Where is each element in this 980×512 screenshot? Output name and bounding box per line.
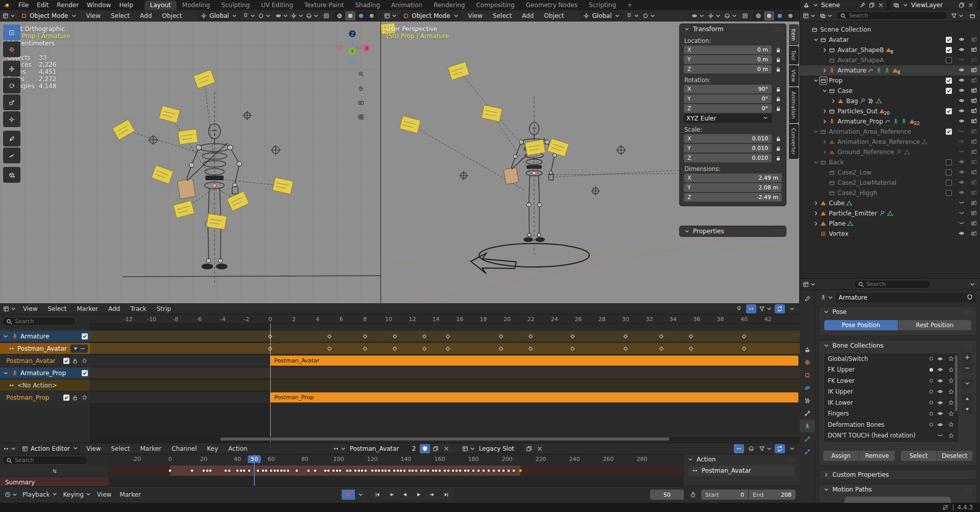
keyframe[interactable] — [487, 469, 490, 473]
calculate-button-partial[interactable] — [845, 497, 951, 503]
properties-tab-tool[interactable] — [800, 292, 815, 305]
end-frame-field[interactable]: End208 — [749, 490, 796, 500]
close-icon[interactable] — [967, 2, 974, 9]
action-users-count[interactable]: 2 — [409, 444, 419, 453]
chev-down-icon[interactable] — [812, 159, 820, 166]
lock-icon[interactable] — [775, 145, 782, 152]
outliner-search[interactable] — [836, 11, 948, 20]
outliner-row-case2-higgh[interactable]: Case2_Higgh — [800, 188, 980, 198]
workspace-tab-compositing[interactable]: Compositing — [470, 1, 520, 10]
add-workspace-tab[interactable]: + — [622, 1, 638, 10]
keyframe[interactable] — [497, 469, 500, 473]
camera-off-icon[interactable] — [970, 158, 977, 165]
nla-channel-armature-prop[interactable]: Armature_Prop — [0, 368, 90, 378]
remove-collection-button[interactable] — [962, 363, 972, 373]
bone-collection-row-ik-lower[interactable]: IK Lower — [824, 397, 959, 408]
solo-dot[interactable] — [929, 357, 933, 360]
camera-off-icon[interactable] — [970, 128, 977, 135]
properties-tab-output[interactable] — [800, 318, 815, 330]
keyframe-selected[interactable] — [519, 469, 522, 473]
mode-dropdown[interactable]: Object Mode — [18, 11, 80, 20]
scrollbar-thumb[interactable] — [220, 437, 670, 441]
camera-icon[interactable] — [970, 148, 977, 155]
properties-search[interactable] — [854, 280, 930, 288]
lock-icon[interactable] — [775, 46, 782, 54]
dope-view-toggle[interactable] — [734, 444, 744, 453]
star-icon[interactable] — [81, 394, 88, 401]
eye-open-icon[interactable] — [937, 421, 944, 428]
editor-type-button[interactable] — [3, 444, 17, 453]
sync-toggle[interactable] — [775, 444, 785, 453]
menu-window[interactable]: Window — [83, 0, 115, 10]
shading-wireframe-button[interactable] — [753, 11, 763, 20]
editor-mode-dropdown[interactable]: Action Editor — [19, 444, 80, 453]
nav-hand-button[interactable] — [357, 85, 365, 93]
eye-open-icon[interactable] — [937, 410, 944, 417]
solo-dot[interactable] — [929, 368, 933, 372]
keyframe[interactable] — [306, 469, 310, 473]
overlays-toggle[interactable] — [724, 11, 738, 20]
nla-channel-postman-avatar[interactable]: Postman_Avatar — [0, 343, 90, 354]
eye-open-icon[interactable] — [958, 117, 965, 125]
eye-closed-icon[interactable] — [958, 220, 965, 227]
star-icon[interactable] — [947, 399, 954, 406]
add-collection-button[interactable] — [962, 353, 972, 362]
menu-help[interactable]: Help — [115, 0, 137, 10]
properties-options-button[interactable] — [967, 280, 977, 289]
sidebar-tab-animation[interactable]: Animation — [789, 87, 799, 123]
chev-right-icon[interactable] — [821, 46, 828, 54]
lock-icon[interactable] — [775, 86, 782, 93]
eye-closed-icon[interactable] — [958, 128, 965, 135]
orientation-dropdown[interactable]: Global — [580, 11, 623, 20]
star-icon[interactable] — [947, 388, 954, 395]
solo-dot[interactable] — [929, 379, 933, 382]
camera-icon[interactable] — [970, 117, 977, 125]
chev-down-icon[interactable] — [2, 370, 9, 377]
keyframe[interactable] — [169, 469, 172, 473]
channel-filter-button[interactable] — [0, 467, 109, 476]
options-button[interactable] — [787, 444, 797, 453]
outliner-row-armature[interactable]: Armature8 — [800, 65, 980, 76]
properties-tab-armature-data[interactable] — [800, 420, 815, 432]
keyframe[interactable] — [313, 469, 317, 473]
menu-view[interactable]: View — [82, 10, 105, 21]
star-icon[interactable] — [947, 366, 954, 373]
gizmo-toggle[interactable] — [291, 11, 304, 20]
camera-icon[interactable] — [970, 77, 977, 84]
keyframe[interactable] — [426, 469, 429, 473]
shield-icon[interactable] — [966, 294, 973, 301]
transform-field-location-x[interactable]: X0 m — [684, 45, 772, 54]
outliner-row-particles-out[interactable]: Particles_Out20 — [800, 106, 980, 116]
tool-rotate-button[interactable] — [3, 78, 20, 93]
scrollbar-track[interactable] — [90, 437, 800, 441]
menu-view[interactable]: View — [464, 10, 487, 21]
menu-add[interactable]: Add — [518, 10, 538, 21]
menu-select[interactable]: Select — [489, 10, 516, 21]
menu-select[interactable]: Select — [107, 443, 134, 454]
workspace-tab-modeling[interactable]: Modeling — [177, 1, 216, 10]
blender-icon[interactable] — [3, 2, 10, 9]
breadcrumb[interactable]: Armature — [836, 293, 976, 302]
properties-collapsed-panel[interactable]: Properties:::: — [679, 226, 786, 237]
nla-search[interactable] — [2, 317, 76, 326]
options-button[interactable] — [787, 304, 797, 313]
menu-render[interactable]: Render — [53, 0, 83, 10]
checkbox[interactable] — [63, 395, 69, 401]
outliner-row-back[interactable]: Back — [800, 157, 980, 167]
bone-collection-row-deformation-bones[interactable]: Deformation Bones — [824, 419, 959, 430]
checkbox[interactable] — [946, 57, 952, 63]
transform-field-location-y[interactable]: Y0 m — [684, 55, 772, 64]
star-icon[interactable] — [81, 357, 88, 364]
outliner-row-scene-collection[interactable]: Scene Collection — [800, 25, 980, 35]
play-reverse-button[interactable] — [398, 490, 412, 500]
rest-position-button[interactable]: Rest Position — [898, 320, 972, 330]
transform-field-location-z[interactable]: Z0 m — [684, 65, 772, 74]
nla-channel-armature[interactable]: Armature — [0, 331, 90, 342]
bone-collection-row-ik-upper[interactable]: IK Upper — [824, 386, 959, 398]
keyframe[interactable] — [364, 469, 367, 473]
bone-collection-row-fk-upper[interactable]: FK Upper — [824, 364, 959, 376]
copy-icon[interactable] — [958, 2, 965, 9]
checkbox[interactable] — [63, 358, 69, 364]
mode-dropdown[interactable]: Object Mode — [400, 11, 462, 20]
menu-select[interactable]: Select — [43, 303, 70, 314]
